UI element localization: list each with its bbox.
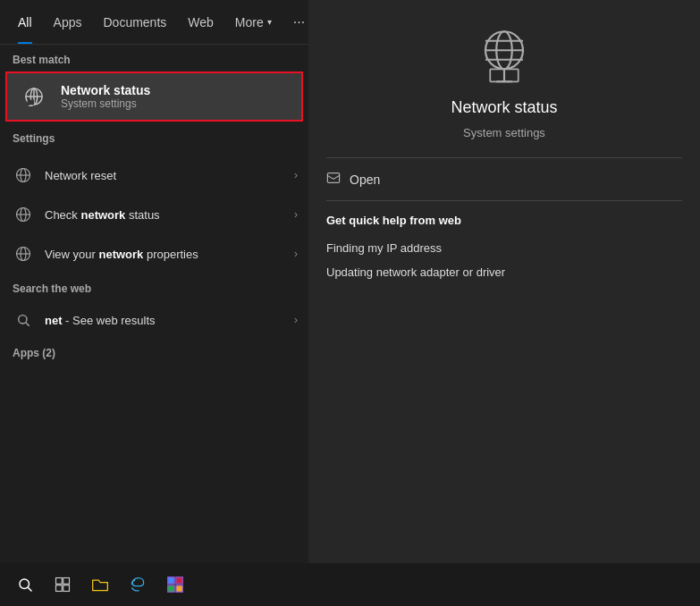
best-match-label: Best match (0, 45, 308, 72)
open-icon (326, 171, 341, 188)
arrow-icon-3: › (294, 248, 298, 260)
check-network-label: Check network status (45, 208, 285, 222)
ellipsis-button[interactable]: ··· (290, 11, 308, 34)
view-network-label: View your network properties (45, 248, 285, 261)
best-match-title: Network status (61, 83, 150, 97)
svg-rect-4 (28, 100, 34, 105)
chevron-down-icon: ▾ (267, 17, 272, 27)
tab-documents[interactable]: Documents (92, 0, 177, 44)
tabs-bar: All Apps Documents Web More ▾ ··· ✕ (0, 0, 308, 45)
open-button[interactable]: Open (308, 158, 700, 200)
svg-point-29 (20, 579, 30, 589)
svg-rect-33 (56, 585, 63, 592)
web-search-label: net - See web results (45, 314, 285, 327)
right-panel: Network status System settings Open Get … (308, 0, 700, 563)
svg-rect-37 (168, 585, 175, 593)
arrow-icon-web: › (294, 314, 298, 326)
apps-section-label: Apps (2) (0, 340, 308, 365)
quick-help-link-2[interactable]: Updating network adapter or driver (326, 260, 682, 284)
settings-label: Settings (0, 123, 308, 150)
svg-line-30 (28, 587, 31, 591)
network-reset-item[interactable]: Network reset › (0, 156, 308, 195)
best-match-text: Network status System settings (61, 83, 150, 110)
taskbar-store-icon[interactable] (159, 568, 191, 601)
tab-more[interactable]: More ▾ (224, 0, 283, 44)
svg-rect-38 (176, 585, 183, 593)
right-app-title: Network status (451, 98, 557, 117)
search-icon (11, 307, 36, 332)
arrow-icon-2: › (294, 208, 298, 221)
globe-icon-1 (11, 163, 36, 188)
taskbar-search-icon[interactable] (9, 568, 41, 601)
svg-rect-34 (63, 585, 70, 592)
svg-point-16 (19, 316, 27, 324)
svg-rect-28 (327, 173, 339, 183)
best-match-subtitle: System settings (61, 97, 150, 110)
taskbar-task-view-icon[interactable] (46, 568, 79, 601)
network-status-icon (18, 80, 50, 113)
taskbar-edge-icon[interactable] (122, 568, 154, 601)
right-app-subtitle: System settings (463, 126, 545, 139)
tab-all[interactable]: All (7, 0, 43, 44)
search-web-label: Search the web (0, 274, 308, 300)
open-label: Open (350, 173, 380, 187)
globe-icon-2 (11, 202, 36, 227)
svg-rect-35 (168, 577, 175, 585)
left-content: Best match Network status System setting… (0, 45, 308, 563)
taskbar-file-explorer-icon[interactable] (84, 568, 116, 601)
arrow-icon-1: › (294, 169, 298, 181)
check-network-status-item[interactable]: Check network status › (0, 195, 308, 234)
right-icon-area: Network status System settings (308, 0, 700, 157)
tab-apps[interactable]: Apps (43, 0, 93, 44)
web-search-item[interactable]: net - See web results › (0, 300, 308, 340)
quick-help-section: Get quick help from web Finding my IP ad… (308, 201, 700, 291)
tab-web[interactable]: Web (177, 0, 224, 44)
best-match-item[interactable]: Network status System settings (5, 72, 303, 122)
network-reset-label: Network reset (45, 169, 285, 182)
quick-help-title: Get quick help from web (326, 214, 682, 227)
taskbar (0, 563, 700, 606)
quick-help-link-1[interactable]: Finding my IP address (326, 236, 682, 260)
settings-items: Network reset › Check network status › (0, 156, 308, 274)
globe-icon-3 (11, 241, 36, 266)
svg-rect-31 (56, 578, 63, 585)
svg-line-17 (26, 323, 30, 326)
left-panel: All Apps Documents Web More ▾ ··· ✕ Best… (0, 0, 308, 563)
view-network-props-item[interactable]: View your network properties › (0, 234, 308, 274)
network-status-large-icon (473, 27, 536, 89)
svg-rect-36 (176, 577, 183, 585)
svg-rect-32 (63, 578, 70, 585)
